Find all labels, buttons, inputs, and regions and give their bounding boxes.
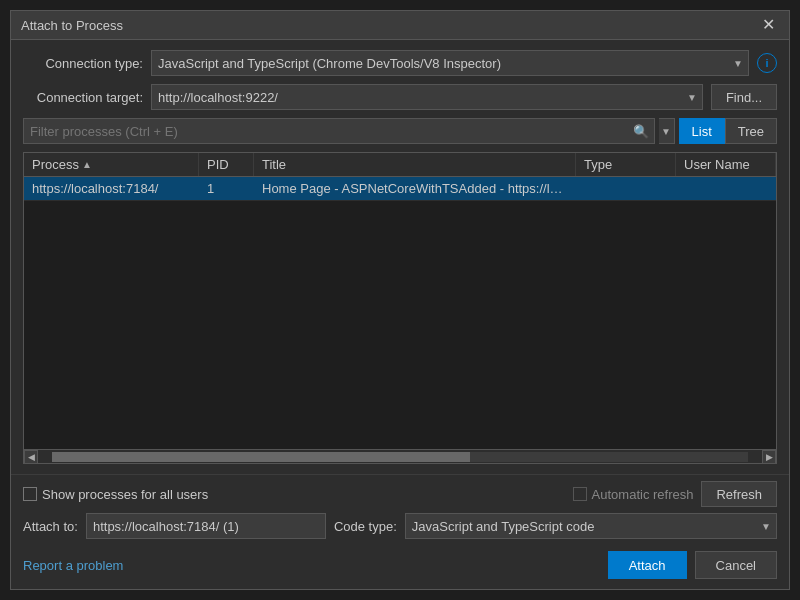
auto-refresh-text: Automatic refresh xyxy=(592,487,694,502)
close-button[interactable]: ✕ xyxy=(758,17,779,33)
table-row[interactable]: https://localhost:7184/ 1 Home Page - AS… xyxy=(24,177,776,201)
scroll-left-icon[interactable]: ◀ xyxy=(24,450,38,464)
cancel-button[interactable]: Cancel xyxy=(695,551,777,579)
show-all-users-checkbox-label[interactable]: Show processes for all users xyxy=(23,487,208,502)
scroll-right-icon[interactable]: ▶ xyxy=(762,450,776,464)
connection-type-label: Connection type: xyxy=(23,56,143,71)
auto-refresh-checkbox[interactable] xyxy=(573,487,587,501)
list-view-button[interactable]: List xyxy=(679,118,725,144)
th-title[interactable]: Title xyxy=(254,153,576,176)
th-username[interactable]: User Name xyxy=(676,153,776,176)
auto-refresh-label[interactable]: Automatic refresh xyxy=(573,487,694,502)
dialog-content: Connection type: JavaScript and TypeScri… xyxy=(11,40,789,474)
footer-row: Report a problem Attach Cancel xyxy=(11,545,789,589)
tree-view-button[interactable]: Tree xyxy=(725,118,777,144)
attach-to-input[interactable] xyxy=(86,513,326,539)
title-bar: Attach to Process ✕ xyxy=(11,11,789,40)
td-type xyxy=(576,177,676,200)
th-process[interactable]: Process ▲ xyxy=(24,153,199,176)
find-button[interactable]: Find... xyxy=(711,84,777,110)
process-table: Process ▲ PID Title Type User Name https… xyxy=(23,152,777,464)
attach-to-label: Attach to: xyxy=(23,519,78,534)
footer-buttons: Attach Cancel xyxy=(608,551,777,579)
dialog-title: Attach to Process xyxy=(21,18,123,33)
connection-type-select[interactable]: JavaScript and TypeScript (Chrome DevToo… xyxy=(151,50,749,76)
td-username xyxy=(676,177,776,200)
code-type-select-wrapper: JavaScript and TypeScript code ▼ xyxy=(405,513,777,539)
show-all-users-label: Show processes for all users xyxy=(42,487,208,502)
show-all-users-checkbox[interactable] xyxy=(23,487,37,501)
attach-to-row: Attach to: Code type: JavaScript and Typ… xyxy=(11,513,789,545)
connection-target-select[interactable]: http://localhost:9222/ xyxy=(151,84,703,110)
td-process: https://localhost:7184/ xyxy=(24,177,199,200)
refresh-button[interactable]: Refresh xyxy=(701,481,777,507)
auto-refresh-section: Automatic refresh Refresh xyxy=(573,481,777,507)
sort-arrow-icon: ▲ xyxy=(82,159,92,170)
td-title: Home Page - ASPNetCoreWithTSAdded - http… xyxy=(254,177,576,200)
search-icon: 🔍 xyxy=(633,124,649,139)
scrollbar-thumb[interactable] xyxy=(52,452,470,462)
scrollbar-track[interactable] xyxy=(52,452,748,462)
attach-to-process-dialog: Attach to Process ✕ Connection type: Jav… xyxy=(10,10,790,590)
connection-type-row: Connection type: JavaScript and TypeScri… xyxy=(23,50,777,76)
th-type[interactable]: Type xyxy=(576,153,676,176)
th-pid[interactable]: PID xyxy=(199,153,254,176)
connection-target-label: Connection target: xyxy=(23,90,143,105)
code-type-label: Code type: xyxy=(334,519,397,534)
connection-target-select-container: http://localhost:9222/ ▼ xyxy=(151,84,703,110)
filter-row: 🔍 ▼ List Tree xyxy=(23,118,777,144)
attach-button[interactable]: Attach xyxy=(608,551,687,579)
filter-input[interactable] xyxy=(23,118,655,144)
connection-type-select-container: JavaScript and TypeScript (Chrome DevToo… xyxy=(151,50,749,76)
show-processes-bar: Show processes for all users Automatic r… xyxy=(11,474,789,513)
view-toggle: List Tree xyxy=(679,118,777,144)
filter-input-container: 🔍 xyxy=(23,118,655,144)
table-body[interactable]: https://localhost:7184/ 1 Home Page - AS… xyxy=(24,177,776,449)
code-type-select[interactable]: JavaScript and TypeScript code xyxy=(405,513,777,539)
connection-target-row: Connection target: http://localhost:9222… xyxy=(23,84,777,110)
table-header: Process ▲ PID Title Type User Name xyxy=(24,153,776,177)
filter-dropdown-button[interactable]: ▼ xyxy=(659,118,675,144)
info-icon[interactable]: i xyxy=(757,53,777,73)
td-pid: 1 xyxy=(199,177,254,200)
report-problem-link[interactable]: Report a problem xyxy=(23,558,123,573)
horizontal-scrollbar[interactable]: ◀ ▶ xyxy=(24,449,776,463)
